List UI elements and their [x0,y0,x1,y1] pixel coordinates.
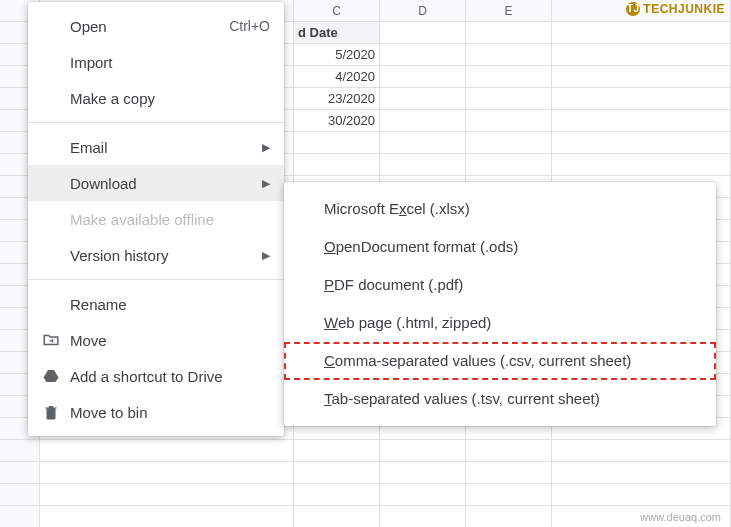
menu-download-label: Download [70,175,262,192]
submenu-csv[interactable]: Comma-separated values (.csv, current sh… [284,342,716,380]
cell[interactable] [294,462,380,483]
file-menu: Open Ctrl+O Import Make a copy Email ▶ D… [28,2,284,436]
menu-move[interactable]: Move [28,322,284,358]
menu-import[interactable]: Import [28,44,284,80]
menu-rename[interactable]: Rename [28,286,284,322]
menu-make-copy[interactable]: Make a copy [28,80,284,116]
cell[interactable] [294,132,380,153]
submenu-xlsx-post: cel (.xlsx) [407,200,470,217]
submenu-xlsx-u: x [399,200,407,217]
chevron-right-icon: ▶ [262,249,270,262]
cell-d4[interactable] [380,88,466,109]
submenu-pdf[interactable]: PDF document (.pdf) [284,266,716,304]
cell-d5[interactable] [380,110,466,131]
submenu-ods-post: penDocument format (.ods) [336,238,519,255]
chevron-right-icon: ▶ [262,141,270,154]
menu-open-shortcut: Ctrl+O [229,18,270,34]
cell[interactable] [40,462,294,483]
row-head[interactable] [0,506,40,527]
menu-shortcut-label: Add a shortcut to Drive [70,368,270,385]
menu-copy-label: Make a copy [70,90,270,107]
cell[interactable] [552,462,731,483]
cell-d1[interactable] [380,22,466,43]
cell-c4[interactable]: 23/2020 [294,88,380,109]
submenu-pdf-post: DF document (.pdf) [334,276,463,293]
cell-c2[interactable]: 5/2020 [294,44,380,65]
menu-add-shortcut[interactable]: Add a shortcut to Drive [28,358,284,394]
empty-row [0,440,731,462]
cell[interactable] [466,132,552,153]
cell-f5[interactable] [552,110,731,131]
cell[interactable] [466,506,552,527]
cell[interactable] [294,154,380,175]
menu-email[interactable]: Email ▶ [28,129,284,165]
cell[interactable] [380,506,466,527]
cell-e5[interactable] [466,110,552,131]
submenu-tsv[interactable]: Tab-separated values (.tsv, current shee… [284,380,716,418]
cell[interactable] [380,484,466,505]
cell-e4[interactable] [466,88,552,109]
cell[interactable] [466,462,552,483]
row-head[interactable] [0,462,40,483]
submenu-ods-u: O [324,238,336,255]
cell[interactable] [294,440,380,461]
techjunkie-text: TECHJUNKIE [643,2,725,16]
cell-e2[interactable] [466,44,552,65]
menu-offline-label: Make available offline [70,211,270,228]
cell[interactable] [294,506,380,527]
cell[interactable] [40,440,294,461]
cell[interactable] [380,132,466,153]
menu-version-history[interactable]: Version history ▶ [28,237,284,273]
cell-f3[interactable] [552,66,731,87]
empty-row [0,484,731,506]
menu-move-to-bin[interactable]: Move to bin [28,394,284,430]
techjunkie-logo-icon: TJ [626,2,640,16]
row-head[interactable] [0,484,40,505]
cell[interactable] [380,154,466,175]
submenu-csv-post: omma-separated values (.csv, current she… [335,352,632,369]
col-header-e[interactable]: E [466,0,552,21]
techjunkie-watermark: TJ TECHJUNKIE [626,2,725,16]
col-header-d[interactable]: D [380,0,466,21]
deuaq-watermark: www.deuaq.com [640,511,721,523]
cell[interactable] [380,462,466,483]
cell[interactable] [380,440,466,461]
menu-download[interactable]: Download ▶ [28,165,284,201]
menu-offline: Make available offline [28,201,284,237]
cell[interactable] [466,154,552,175]
drive-icon [42,367,70,385]
folder-move-icon [42,331,70,349]
submenu-web[interactable]: Web page (.html, zipped) [284,304,716,342]
cell-d2[interactable] [380,44,466,65]
cell[interactable] [40,506,294,527]
menu-import-label: Import [70,54,270,71]
cell[interactable] [40,484,294,505]
submenu-tsv-post: ab-separated values (.tsv, current sheet… [332,390,600,407]
cell[interactable] [552,484,731,505]
cell[interactable] [552,440,731,461]
col-header-c[interactable]: C [294,0,380,21]
cell-f1[interactable] [552,22,731,43]
submenu-xlsx[interactable]: Microsoft Excel (.xlsx) [284,190,716,228]
submenu-pdf-u: P [324,276,334,293]
cell-e1[interactable] [466,22,552,43]
svg-marker-0 [44,370,59,382]
cell-c5[interactable]: 30/2020 [294,110,380,131]
cell-c3[interactable]: 4/2020 [294,66,380,87]
cell[interactable] [294,484,380,505]
empty-row [0,462,731,484]
menu-email-label: Email [70,139,262,156]
cell[interactable] [552,154,731,175]
menu-open[interactable]: Open Ctrl+O [28,8,284,44]
submenu-ods[interactable]: OpenDocument format (.ods) [284,228,716,266]
cell-d3[interactable] [380,66,466,87]
cell[interactable] [466,440,552,461]
cell-f4[interactable] [552,88,731,109]
row-head[interactable] [0,440,40,461]
cell[interactable] [466,484,552,505]
cell[interactable] [552,132,731,153]
cell-e3[interactable] [466,66,552,87]
cell-c1-header[interactable]: d Date [294,22,380,43]
download-submenu: Microsoft Excel (.xlsx) OpenDocument for… [284,182,716,426]
cell-f2[interactable] [552,44,731,65]
